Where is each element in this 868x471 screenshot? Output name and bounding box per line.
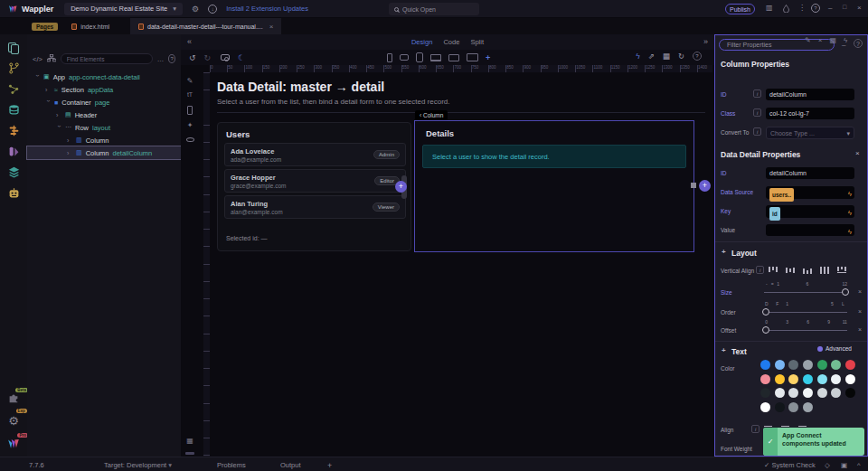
color-swatch[interactable] (845, 360, 855, 370)
workflows-icon[interactable] (6, 81, 22, 97)
binding-bolt-icon[interactable]: ϟ (848, 226, 852, 238)
undo-icon[interactable]: ↺ (189, 53, 196, 62)
download-icon[interactable]: ↓ (208, 5, 217, 14)
color-swatch[interactable] (788, 360, 798, 370)
edit-pencil-icon[interactable]: ✎ (187, 77, 193, 85)
advanced-toggle[interactable]: Advanced (817, 345, 852, 352)
dock-bolt-icon[interactable]: ϟ (844, 36, 847, 44)
color-swatch[interactable] (817, 360, 827, 370)
git-branch-icon[interactable] (6, 61, 22, 76)
problems-button[interactable]: Problems (217, 461, 246, 469)
user-list-item[interactable]: Alan Turingalan@example.comViewer (224, 195, 406, 219)
tree-help-icon[interactable]: ? (168, 54, 175, 63)
add-panel-icon[interactable]: + (327, 461, 332, 470)
mode-design[interactable]: Design (411, 38, 432, 46)
tree-item-layout[interactable]: ›⋯Rowlayout (27, 121, 181, 134)
project-selector[interactable]: Demo Dynamic Real Estate Site ▾ (64, 3, 183, 15)
color-swatch[interactable] (775, 374, 785, 384)
close-tab-icon[interactable]: × (269, 23, 274, 31)
tree-item-app-connect-data-detail[interactable]: ›▣Appapp-connect-data-detail (27, 71, 181, 83)
color-swatch[interactable] (831, 360, 841, 370)
collapse-up-icon[interactable]: ^ (857, 461, 861, 469)
tree-item-header[interactable]: ›▤Header (27, 108, 181, 121)
code-view-icon[interactable]: </> (33, 55, 42, 63)
color-swatch[interactable] (760, 402, 770, 412)
tree-options-icon[interactable]: … (157, 55, 165, 63)
target-selector[interactable]: Target: Development ▾ (104, 461, 172, 469)
color-swatch[interactable] (775, 402, 785, 412)
user-list-item[interactable]: Ada Lovelaceada@example.comAdmin (224, 143, 406, 166)
settings-gear-icon[interactable]: ⚙ (192, 5, 199, 14)
valign-bottom-icon[interactable] (802, 266, 813, 275)
tree-item-column[interactable]: ›▥Column (27, 134, 181, 146)
quick-open-search[interactable]: Quick Open (389, 3, 479, 15)
chevron-closed-icon[interactable]: › (67, 150, 72, 156)
chevron-open-icon[interactable]: › (45, 99, 52, 105)
theme-droplet-icon[interactable]: ◇ (825, 461, 830, 469)
layout-columns-icon[interactable]: ▥ (766, 4, 773, 12)
color-swatch[interactable] (831, 388, 841, 398)
data-source-chip[interactable]: users.. (769, 188, 794, 202)
order-slider[interactable] (764, 312, 847, 313)
mobile-view-icon[interactable] (187, 106, 193, 115)
color-swatch[interactable] (817, 388, 827, 398)
chevron-open-icon[interactable]: › (34, 74, 41, 80)
mode-code[interactable]: Code (443, 38, 459, 46)
color-swatch[interactable] (788, 402, 798, 412)
bolt-icon[interactable]: ϟ (636, 52, 640, 61)
maximize-icon[interactable]: □ (843, 4, 846, 10)
size-slider-handle[interactable] (842, 288, 849, 296)
chevron-closed-icon[interactable]: › (45, 87, 51, 93)
screenshot-camera-icon[interactable] (221, 54, 230, 61)
help-icon[interactable]: ? (811, 4, 820, 13)
dark-mode-moon-icon[interactable]: ☾ (238, 53, 245, 62)
dock-edit-icon[interactable]: ✎ (805, 36, 811, 44)
color-swatch[interactable] (760, 360, 770, 370)
system-check-status[interactable]: ✓ System Check (764, 461, 816, 469)
value-input[interactable]: ϟ (766, 224, 854, 236)
mode-split[interactable]: Split (470, 38, 484, 46)
valign-baseline-icon[interactable] (836, 266, 847, 275)
clear-offset-icon[interactable]: × (858, 326, 862, 333)
color-swatch[interactable] (803, 374, 813, 384)
extension-updates-link[interactable]: Install 2 Extension Updates (226, 5, 308, 13)
binding-bolt-icon[interactable]: ϟ (848, 207, 852, 219)
valign-stretch-icon[interactable] (819, 266, 830, 275)
collapse-right-icon[interactable]: » (703, 37, 708, 46)
offset-slider[interactable] (764, 330, 847, 331)
color-swatch[interactable] (760, 374, 770, 384)
grid-toggle-icon[interactable]: ▦ (186, 437, 193, 445)
sitemap-icon[interactable] (47, 54, 56, 64)
chevron-open-icon[interactable]: › (56, 125, 62, 130)
dock-layers-icon[interactable]: ▦ (829, 36, 836, 44)
color-swatch[interactable] (831, 374, 841, 384)
detail-id-input[interactable]: detailColumn (766, 167, 854, 179)
clear-size-icon[interactable]: × (858, 288, 862, 295)
database-icon[interactable] (6, 102, 22, 118)
device-phone-landscape-icon[interactable] (400, 54, 409, 61)
tree-item-appData[interactable]: ›≈SectionappData (27, 83, 181, 96)
chevron-closed-icon[interactable]: › (67, 137, 72, 144)
chevron-closed-icon[interactable]: › (56, 112, 61, 118)
color-swatch[interactable] (775, 388, 785, 398)
device-phone-icon[interactable] (387, 53, 392, 62)
user-list-item[interactable]: Grace Hoppergrace@example.comEditor (224, 169, 406, 193)
ai-assistant-icon[interactable] (6, 185, 22, 201)
tree-item-page[interactable]: ›■Containerpage (27, 96, 181, 108)
close-window-icon[interactable]: × (857, 4, 862, 12)
dock-cut-icon[interactable]: × (818, 36, 823, 44)
color-swatch[interactable] (803, 402, 813, 412)
kebab-menu-icon[interactable]: ⋮ (798, 4, 806, 12)
tab-index-html[interactable]: index.html (63, 18, 118, 34)
layers-icon[interactable] (6, 165, 22, 180)
color-swatch[interactable] (788, 374, 798, 384)
output-button[interactable]: Output (280, 461, 301, 469)
offset-slider-handle[interactable] (762, 326, 769, 334)
insert-element-button[interactable]: + (395, 181, 407, 193)
color-swatch[interactable] (817, 374, 827, 384)
magic-wand-icon[interactable]: ✦ (187, 121, 193, 129)
typography-icon[interactable]: tT (187, 91, 193, 98)
device-laptop-icon[interactable] (430, 54, 441, 61)
color-swatch[interactable] (775, 360, 785, 370)
extensions-beta-icon[interactable]: Beta (7, 391, 20, 404)
